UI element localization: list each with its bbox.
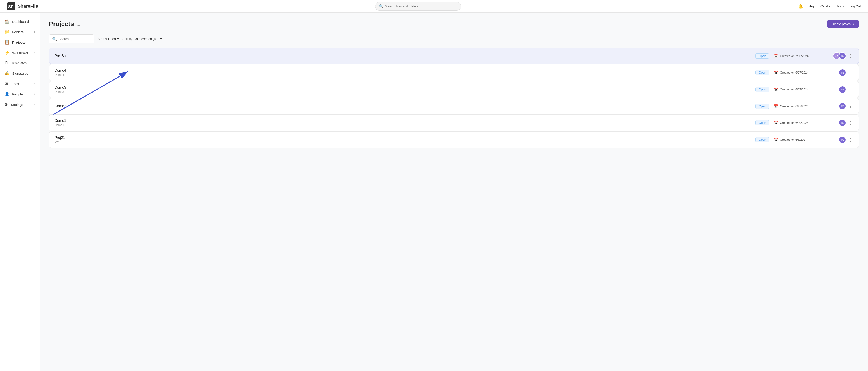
- create-project-label: Create project: [832, 22, 851, 26]
- page-title-area: Projects ...: [49, 20, 80, 28]
- nav-catalog[interactable]: Catalog: [820, 4, 831, 8]
- global-search[interactable]: 🔍: [375, 2, 461, 11]
- bell-icon[interactable]: 🔔: [798, 4, 803, 9]
- project-date: 📅 Created on 7/10/2024: [774, 54, 824, 58]
- projects-icon: 📋: [4, 40, 9, 45]
- project-date: 📅 Created on 6/27/2024: [774, 70, 824, 75]
- sidebar-item-templates[interactable]: 🗒 Templates: [0, 58, 39, 68]
- sidebar-item-people[interactable]: 👤 People ›: [0, 89, 39, 99]
- status-badge: Open: [755, 70, 769, 75]
- header: SF ShareFile 🔍 🔔 Help Catalog Apps Log O…: [0, 0, 868, 13]
- chevron-right-icon: ›: [34, 103, 35, 106]
- nav-apps[interactable]: Apps: [837, 4, 844, 8]
- avatar: TS: [839, 86, 846, 93]
- calendar-icon: 📅: [774, 137, 778, 142]
- project-sub: Demo3: [55, 90, 751, 93]
- chevron-right-icon: ›: [34, 93, 35, 96]
- status-badge: Open: [755, 103, 769, 109]
- project-avatars: TS: [824, 69, 846, 76]
- project-status: Open: [751, 87, 774, 92]
- status-badge: Open: [755, 120, 769, 125]
- project-row[interactable]: Demo4 Demo4 Open 📅 Created on 6/27/2024 …: [49, 64, 859, 81]
- body: 🏠 Dashboard 📁 Folders › 📋 Projects ⚡ Wor…: [0, 13, 868, 371]
- project-search[interactable]: 🔍: [49, 34, 94, 43]
- project-sub: Demo1: [55, 123, 751, 127]
- status-badge: Open: [755, 87, 769, 92]
- sidebar-label-dashboard: Dashboard: [12, 20, 35, 24]
- sidebar-item-settings[interactable]: ⚙ Settings ›: [0, 99, 39, 110]
- settings-icon: ⚙: [4, 102, 8, 107]
- project-more-button[interactable]: ⋮: [847, 136, 853, 143]
- sidebar-label-projects: Projects: [12, 40, 35, 44]
- project-menu: ⋮: [846, 136, 853, 143]
- status-label: Status: [98, 37, 107, 41]
- date-text: Created on 7/10/2024: [780, 54, 808, 58]
- project-row[interactable]: Demo1 Demo1 Open 📅 Created on 6/10/2024 …: [49, 115, 859, 131]
- project-search-input[interactable]: [59, 37, 91, 41]
- project-avatars: TS: [824, 136, 846, 144]
- calendar-icon: 📅: [774, 87, 778, 92]
- project-sub: test: [55, 140, 751, 144]
- status-filter-button[interactable]: Status Open ▾: [98, 37, 119, 41]
- project-row[interactable]: Pre-School Open 📅 Created on 7/10/2024 S…: [49, 48, 859, 64]
- create-project-button[interactable]: Create project ▾: [827, 20, 859, 28]
- project-more-button[interactable]: ⋮: [847, 69, 853, 76]
- search-input[interactable]: [385, 4, 457, 8]
- project-name: Demo1: [55, 119, 751, 123]
- avatar: TS: [839, 136, 846, 144]
- project-row[interactable]: Demo2 Open 📅 Created on 6/27/2024 TS ⋮: [49, 98, 859, 114]
- sidebar-item-folders[interactable]: 📁 Folders ›: [0, 27, 39, 37]
- filters-bar: 🔍 Status Open ▾ Sort by Date created (N.…: [49, 34, 859, 43]
- nav-help[interactable]: Help: [808, 4, 815, 8]
- date-text: Created on 6/27/2024: [780, 88, 808, 91]
- avatar: TS: [839, 52, 846, 60]
- sidebar-label-templates: Templates: [11, 61, 35, 65]
- status-chevron-icon: ▾: [117, 37, 119, 41]
- project-status: Open: [751, 53, 774, 59]
- project-more-button[interactable]: ⋮: [847, 103, 853, 110]
- project-info: Demo2: [55, 104, 751, 108]
- avatar: TS: [839, 119, 846, 126]
- project-status: Open: [751, 70, 774, 75]
- avatar: TS: [839, 69, 846, 76]
- project-name: Proj21: [55, 136, 751, 140]
- project-menu: ⋮: [846, 86, 853, 93]
- project-sub: Demo4: [55, 73, 751, 76]
- sidebar-item-inbox[interactable]: ✉ Inbox ›: [0, 79, 39, 89]
- sidebar-item-dashboard[interactable]: 🏠 Dashboard: [0, 16, 39, 27]
- project-name: Demo2: [55, 104, 751, 108]
- project-date: 📅 Created on 6/27/2024: [774, 87, 824, 92]
- page-title: Projects: [49, 20, 74, 28]
- templates-icon: 🗒: [4, 61, 9, 65]
- project-menu: ⋮: [846, 119, 853, 126]
- project-info: Pre-School: [55, 54, 751, 58]
- project-menu: ⋮: [846, 103, 853, 110]
- sidebar-item-projects[interactable]: 📋 Projects: [0, 37, 39, 48]
- date-text: Created on 6/27/2024: [780, 71, 808, 74]
- project-info: Demo4 Demo4: [55, 68, 751, 76]
- sort-filter-button[interactable]: Sort by Date created (N... ▾: [122, 37, 162, 41]
- date-text: Created on 6/27/2024: [780, 104, 808, 108]
- project-avatars: TS: [824, 119, 846, 126]
- project-more-button[interactable]: ⋮: [847, 53, 853, 59]
- project-row[interactable]: Demo3 Demo3 Open 📅 Created on 6/27/2024 …: [49, 81, 859, 98]
- sidebar-item-signatures[interactable]: ✍ Signatures: [0, 68, 39, 79]
- nav-logout[interactable]: Log Out: [849, 4, 861, 8]
- sidebar-item-workflows[interactable]: ⚡ Workflows ›: [0, 48, 39, 58]
- more-options-button[interactable]: ...: [77, 22, 81, 27]
- header-nav: 🔔 Help Catalog Apps Log Out: [798, 4, 861, 9]
- inbox-icon: ✉: [4, 81, 8, 86]
- project-info: Demo1 Demo1: [55, 119, 751, 127]
- project-more-button[interactable]: ⋮: [847, 119, 853, 126]
- project-status: Open: [751, 120, 774, 125]
- date-text: Created on 6/6/2024: [780, 138, 807, 142]
- project-status: Open: [751, 137, 774, 142]
- svg-text:SF: SF: [8, 4, 13, 9]
- create-project-chevron: ▾: [853, 22, 855, 26]
- project-date: 📅 Created on 6/27/2024: [774, 104, 824, 109]
- project-name: Pre-School: [55, 54, 751, 58]
- project-more-button[interactable]: ⋮: [847, 86, 853, 93]
- sidebar-label-inbox: Inbox: [11, 82, 31, 86]
- status-badge: Open: [755, 53, 769, 59]
- project-row[interactable]: Proj21 test Open 📅 Created on 6/6/2024 T…: [49, 131, 859, 148]
